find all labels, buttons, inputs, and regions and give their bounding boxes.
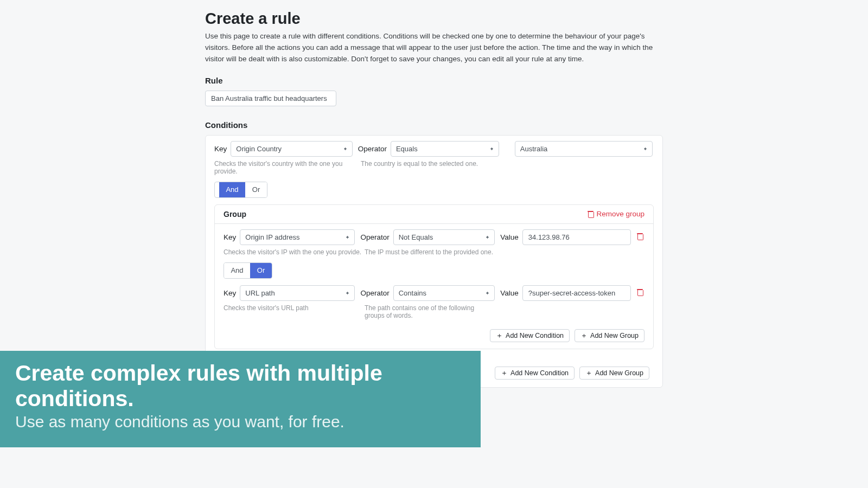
trash-icon [637,288,643,296]
operator-select[interactable]: Not Equals [393,229,495,245]
trash-icon [588,210,593,217]
condition-group: Group Remove group Key Origin IP address… [214,204,654,349]
remove-group-button[interactable]: Remove group [588,210,644,218]
key-hint: Checks the visitor's IP with the one you… [224,248,365,256]
key-select[interactable]: Origin Country [231,141,352,157]
add-condition-button[interactable]: ＋Add New Condition [490,329,570,342]
overlay-sub: Use as many conditions as you want, for … [15,413,465,431]
rule-label: Rule [205,76,663,85]
delete-condition-button[interactable] [635,233,644,241]
operator-label: Operator [360,233,389,241]
value-input[interactable] [522,285,631,301]
page-intro: Use this page to create a rule with diff… [205,31,663,65]
operator-label: Operator [360,289,389,297]
value-label: Value [500,233,519,241]
conditions-label: Conditions [205,120,663,130]
conditions-panel: Key Origin Country Operator Equals Austr… [205,135,663,388]
promo-overlay: Create complex rules with multiple condi… [0,351,481,447]
operator-label: Operator [358,145,387,153]
operator-select[interactable]: Contains [393,285,495,301]
plus-icon: ＋ [580,332,588,339]
trash-icon [637,233,643,240]
plus-icon: ＋ [496,332,503,339]
value-label: Value [500,289,519,297]
key-hint: Checks the visitor's country with the on… [214,160,361,175]
and-button[interactable]: And [224,263,250,278]
value-input[interactable] [522,229,631,245]
or-button[interactable]: Or [250,263,272,278]
key-label: Key [214,145,227,153]
logic-toggle: And Or [214,182,267,198]
key-label: Key [224,233,236,241]
key-hint: Checks the visitor's URL path [224,304,365,319]
plus-icon: ＋ [501,369,508,376]
add-group-button[interactable]: ＋Add New Group [579,367,649,380]
add-condition-button[interactable]: ＋Add New Condition [495,367,575,380]
group-title: Group [224,210,246,219]
page-title: Create a rule [205,10,663,28]
overlay-heading: Create complex rules with multiple condi… [15,361,465,412]
operator-hint: The path contains one of the following g… [365,304,495,319]
logic-toggle: And Or [224,262,272,279]
operator-select[interactable]: Equals [391,141,499,157]
rule-name-input[interactable] [205,91,336,106]
plus-icon: ＋ [585,369,592,376]
add-group-button[interactable]: ＋Add New Group [575,329,644,342]
key-select[interactable]: Origin IP address [240,229,355,245]
operator-hint: The IP must be different to the provided… [365,248,644,256]
or-button[interactable]: Or [245,182,267,197]
key-label: Key [224,289,236,297]
value-select[interactable]: Australia [515,141,653,157]
and-button[interactable]: And [219,182,245,197]
delete-condition-button[interactable] [635,288,644,297]
operator-hint: The country is equal to the selected one… [361,160,658,175]
key-select[interactable]: URL path [240,285,355,301]
